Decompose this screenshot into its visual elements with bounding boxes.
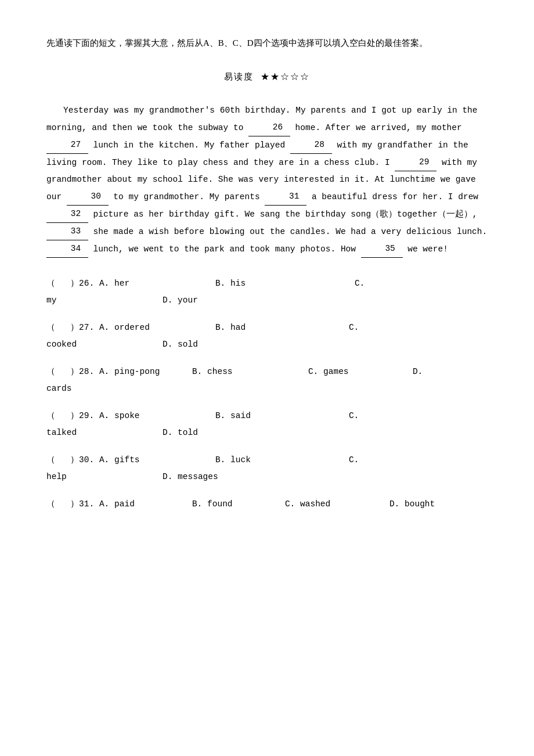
q30-option-a: A. gifts [99, 452, 215, 469]
q29-option-c-val: talked [46, 424, 163, 441]
questions-section: （ ） 26. A. her B. his C. my D. your （ ） … [46, 275, 488, 513]
q26-option-a: A. her [99, 275, 215, 292]
q29-option-b: B. said [215, 408, 349, 424]
q31-option-c: C. washed [285, 496, 389, 513]
q30-number: 30. [79, 452, 99, 469]
blank-27: 27 [46, 136, 88, 154]
question-28: （ ） 28. A. ping-pong B. chess C. games D… [46, 363, 488, 397]
q26-option-c-label: C. [355, 275, 365, 292]
q29-bracket-open: （ ） [46, 408, 79, 424]
blank-30: 30 [67, 188, 109, 206]
question-30: （ ） 30. A. gifts B. luck C. help D. mess… [46, 452, 488, 485]
q28-option-c: C. games [308, 363, 413, 380]
difficulty-label: 易读度 ★★☆☆☆ [46, 69, 488, 85]
q31-number: 31. [79, 496, 99, 513]
q28-option-d-val: cards [46, 380, 72, 397]
passage-text: Yesterday was my grandmother's 60th birt… [46, 102, 488, 258]
q30-option-c-val: help [46, 469, 163, 485]
q28-bracket-open: （ ） [46, 363, 79, 380]
question-27: （ ） 27. A. ordered B. had C. cooked D. s… [46, 319, 488, 353]
instruction-text: 先通读下面的短文，掌握其大意，然后从A、B、C、D四个选项中选择可以填入空白处的… [46, 35, 488, 52]
q29-option-d: D. told [163, 424, 198, 441]
blank-26: 26 [248, 119, 290, 136]
q27-bracket-open: （ ） [46, 319, 79, 336]
q31-option-d: D. bought [389, 496, 435, 513]
q26-option-c-val: my [46, 292, 163, 309]
q26-bracket-open: （ ） [46, 275, 79, 292]
q31-option-a: A. paid [99, 496, 192, 513]
blank-32: 32 [46, 206, 88, 223]
question-31: （ ） 31. A. paid B. found C. washed D. bo… [46, 496, 488, 513]
q30-option-b: B. luck [215, 452, 349, 469]
q27-option-a: A. ordered [99, 319, 215, 336]
blank-31: 31 [265, 188, 306, 206]
q26-number: 26. [79, 275, 99, 292]
q29-option-a: A. spoke [99, 408, 215, 424]
blank-28: 28 [290, 136, 332, 154]
blank-35: 35 [361, 240, 403, 258]
q27-option-c-val: cooked [46, 336, 163, 353]
q26-option-d: D. your [163, 292, 198, 309]
q29-option-c-label: C. [349, 408, 359, 424]
q27-option-c-label: C. [349, 319, 359, 336]
q30-option-c-label: C. [349, 452, 359, 469]
q30-option-d: D. messages [163, 469, 218, 485]
q31-bracket-open: （ ） [46, 496, 79, 513]
blank-29: 29 [395, 154, 436, 171]
question-29: （ ） 29. A. spoke B. said C. talked D. to… [46, 408, 488, 441]
blank-34: 34 [46, 240, 88, 258]
q28-option-d-label: D. [413, 363, 423, 380]
q30-bracket-open: （ ） [46, 452, 79, 469]
q28-number: 28. [79, 363, 99, 380]
q28-option-a: A. ping-pong [99, 363, 192, 380]
question-26: （ ） 26. A. her B. his C. my D. your [46, 275, 488, 309]
q27-option-b: B. had [215, 319, 349, 336]
q27-number: 27. [79, 319, 99, 336]
q26-option-b: B. his [215, 275, 355, 292]
q27-option-d: D. sold [163, 336, 198, 353]
q31-option-b: B. found [192, 496, 285, 513]
blank-33: 33 [46, 223, 88, 240]
q28-option-b: B. chess [192, 363, 308, 380]
q29-number: 29. [79, 408, 99, 424]
